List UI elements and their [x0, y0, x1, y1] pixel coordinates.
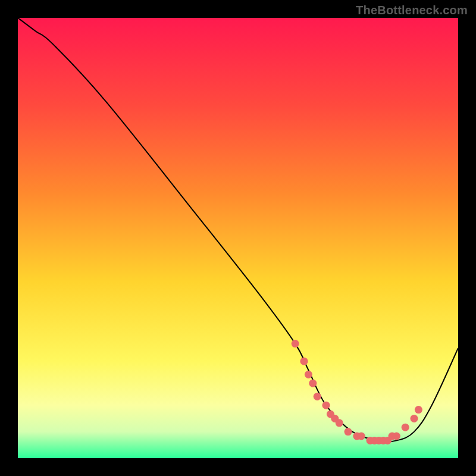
valley-marker — [314, 393, 321, 400]
valley-marker — [393, 433, 400, 440]
valley-marker — [345, 428, 352, 436]
chart-stage: TheBottleneck.com — [0, 0, 476, 476]
valley-marker — [305, 371, 312, 378]
gradient-background — [18, 18, 458, 458]
valley-marker — [402, 424, 409, 431]
valley-marker — [309, 380, 317, 387]
valley-marker — [300, 358, 308, 365]
valley-marker — [336, 419, 343, 427]
chart-svg — [18, 18, 458, 458]
valley-marker — [322, 402, 330, 409]
valley-marker — [411, 415, 418, 422]
watermark-text: TheBottleneck.com — [356, 4, 468, 17]
valley-marker — [358, 433, 365, 440]
valley-marker — [292, 340, 299, 347]
valley-marker — [415, 406, 422, 414]
plot-area — [18, 18, 458, 458]
